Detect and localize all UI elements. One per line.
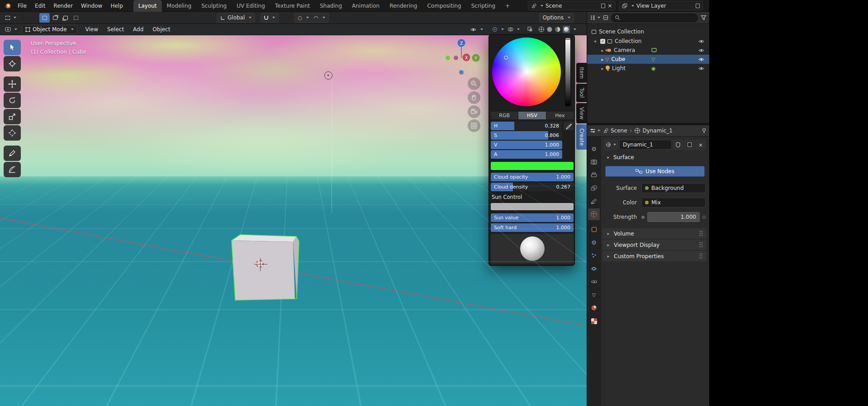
mode-dropdown[interactable]: Object Mode [22, 25, 77, 34]
show-hide-dropdown[interactable] [467, 25, 486, 34]
tab-particles[interactable] [588, 250, 600, 261]
tool-select-box[interactable] [4, 40, 21, 55]
light-gizmo[interactable] [324, 71, 332, 80]
visibility-toggle[interactable] [698, 48, 705, 53]
fake-user-button[interactable] [673, 140, 683, 150]
sun-softness-preview[interactable] [491, 234, 574, 264]
menu-window[interactable]: Window [77, 0, 106, 12]
strength-field[interactable]: 1.000 [647, 212, 700, 222]
rendered-shading-button[interactable] [563, 26, 570, 33]
copy-icon[interactable] [696, 4, 700, 8]
tab-output[interactable] [588, 169, 600, 181]
view-layer-selector[interactable]: View Layer [619, 1, 703, 10]
section-viewport-display[interactable]: ▸ Viewport Display [602, 240, 707, 250]
sidebar-tab-create[interactable]: Create [576, 124, 587, 150]
drag-grip-icon[interactable] [699, 231, 703, 236]
filter-icon[interactable] [701, 15, 707, 20]
editor-type-button[interactable] [2, 25, 20, 34]
tool-scale[interactable] [4, 109, 21, 124]
value-slider[interactable] [565, 38, 571, 106]
expand-arrow[interactable]: ▾ [593, 39, 598, 44]
tool-transform[interactable] [4, 125, 21, 141]
pin-button[interactable] [702, 128, 707, 134]
menu-render[interactable]: Render [49, 0, 77, 12]
region-divider[interactable] [587, 123, 709, 125]
tab-modifiers[interactable]: ⚙ [588, 236, 600, 248]
tab-sculpting[interactable]: Sculpting [196, 0, 232, 12]
tab-shading[interactable]: Shading [315, 0, 347, 12]
collection-checkbox[interactable]: ✓ [600, 39, 605, 44]
section-custom-properties[interactable]: ▸ Custom Properties [602, 251, 707, 261]
tool-move[interactable] [4, 76, 21, 92]
tab-layout[interactable]: Layout [133, 0, 162, 12]
menu-file[interactable]: File [14, 0, 31, 12]
visibility-toggle[interactable] [698, 57, 705, 62]
outliner-row-scene-collection[interactable]: Scene Collection [587, 27, 709, 36]
tab-view-layer[interactable] [588, 182, 600, 194]
snap-dropdown[interactable] [261, 13, 279, 23]
animate-dot[interactable] [702, 216, 706, 219]
outliner-row-collection[interactable]: ▾ ✓ Collection [587, 37, 709, 46]
close-icon[interactable]: × [607, 3, 612, 9]
search-input[interactable] [611, 14, 698, 22]
select-mode-extend-button[interactable] [50, 13, 60, 23]
tab-render[interactable] [588, 156, 600, 168]
menu-help[interactable]: Help [106, 0, 127, 12]
cloud-opacity-slider[interactable]: Cloud opacity 1.000 [491, 173, 574, 181]
tab-tool[interactable]: ⚙ [588, 143, 600, 155]
tab-object[interactable] [588, 223, 600, 235]
proportional-editing-dropdown[interactable]: ○ ◠ [294, 13, 328, 23]
sidebar-tab-view[interactable]: View [576, 103, 587, 123]
world-name-field[interactable]: Dynamic_1 [619, 140, 672, 150]
tool-rotate[interactable] [4, 93, 21, 108]
navigation-gizmo[interactable]: Z X Y [441, 38, 483, 79]
menu-object[interactable]: Object [148, 24, 175, 35]
gizmos-dropdown[interactable] [489, 25, 507, 34]
camera-view-button[interactable] [468, 105, 480, 118]
color-wheel[interactable] [492, 38, 561, 106]
tab-compositing[interactable]: Compositing [422, 0, 466, 12]
use-nodes-button[interactable]: Use Nodes [605, 166, 705, 177]
color-input-dropdown[interactable]: Mix [641, 198, 706, 208]
solid-shading-icon[interactable] [546, 26, 553, 33]
surface-shader-dropdown[interactable]: Background [641, 183, 706, 193]
new-world-button[interactable] [684, 140, 694, 150]
copy-icon[interactable] [601, 4, 605, 8]
scene-selector[interactable]: Scene × [528, 1, 616, 10]
menu-edit[interactable]: Edit [31, 0, 49, 12]
cloud-density-slider[interactable]: Cloud density 0.267 [491, 183, 574, 191]
value-number-slider[interactable]: V 1.000 [491, 141, 562, 149]
color-wheel-cursor[interactable] [504, 56, 508, 60]
expand-arrow[interactable]: ▸ [600, 48, 605, 53]
xray-toggle[interactable] [525, 25, 536, 34]
tab-hex[interactable]: Hex [546, 112, 574, 119]
zoom-button[interactable] [468, 77, 480, 90]
expand-arrow[interactable]: ▸ [600, 57, 605, 62]
tab-texture-paint[interactable]: Texture Paint [270, 0, 315, 12]
drag-grip-icon[interactable] [699, 242, 703, 248]
sun-value-slider[interactable]: Sun value 1.000 [491, 213, 574, 222]
tab-uv-editing[interactable]: UV Editing [232, 0, 270, 12]
eyedropper-button[interactable] [564, 122, 574, 130]
sun-direction-slider[interactable] [491, 203, 574, 210]
tab-physics[interactable] [588, 263, 600, 274]
tab-hsv[interactable]: HSV [518, 112, 545, 119]
pan-button[interactable] [468, 91, 480, 104]
alpha-slider[interactable]: A 1.000 [491, 150, 562, 159]
tab-object-data[interactable]: ▽ [588, 289, 600, 301]
select-mode-new-button[interactable] [39, 13, 50, 23]
tab-animation[interactable]: Animation [347, 0, 384, 12]
select-mode-subtract-button[interactable] [60, 13, 71, 23]
breadcrumb-scene[interactable]: Scene [603, 127, 627, 134]
tab-world[interactable] [588, 208, 600, 220]
soft-hard-slider[interactable]: Soft hard 1.000 [491, 223, 574, 232]
display-mode-icon[interactable] [603, 15, 608, 20]
menu-add[interactable]: Add [128, 24, 148, 35]
sidebar-tab-tool[interactable]: Tool [576, 84, 587, 102]
tab-rendering[interactable]: Rendering [384, 0, 422, 12]
breadcrumb-world[interactable]: Dynamic_1 [635, 127, 673, 134]
tab-rgb[interactable]: RGB [491, 112, 518, 119]
surface-section-header[interactable]: ▾ Surface [605, 154, 634, 161]
menu-select[interactable]: Select [103, 24, 128, 35]
sky-color-swatch[interactable] [491, 162, 574, 170]
